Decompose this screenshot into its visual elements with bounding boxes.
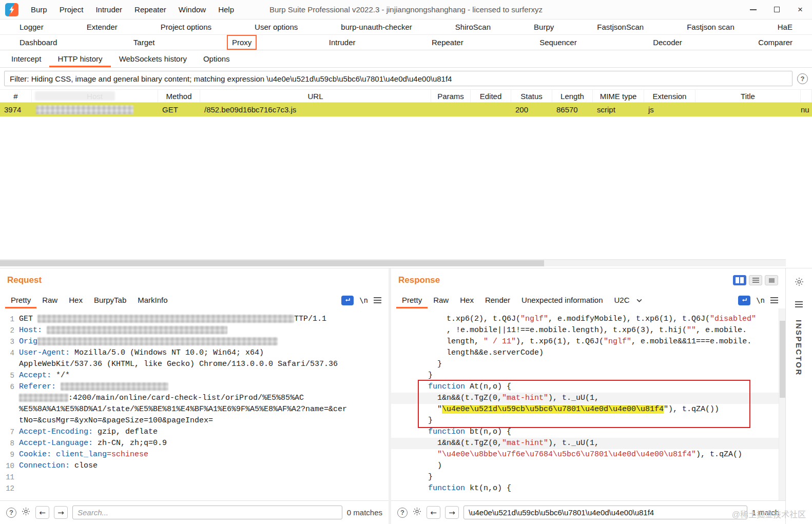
response-line: function At(n,o) { bbox=[391, 381, 785, 393]
menu-help[interactable]: Help bbox=[212, 2, 240, 17]
inspector-label[interactable]: INSPECTOR bbox=[795, 320, 803, 376]
tab-user-options[interactable]: User options bbox=[250, 21, 302, 33]
tab-fastjson-scan[interactable]: Fastjson scan bbox=[683, 21, 739, 33]
horizontal-scrollbar-thumb[interactable] bbox=[0, 260, 544, 266]
word-wrap-icon[interactable] bbox=[341, 296, 354, 305]
request-editor[interactable]: 1GET TTP/1.12Host: 3Orig4User-Agent: Moz… bbox=[0, 308, 389, 500]
column-header-edited[interactable]: Edited bbox=[471, 90, 511, 102]
request-tab-raw[interactable]: Raw bbox=[36, 293, 63, 308]
response-settings-gear-icon[interactable] bbox=[412, 507, 422, 518]
response-tab-u2c[interactable]: U2C bbox=[609, 293, 635, 308]
response-editor[interactable]: t.xp6(2), t.Q6J("nglf", e.modifyMobile),… bbox=[391, 308, 785, 500]
request-help-icon[interactable]: ? bbox=[6, 508, 16, 518]
request-line: 8Accept-Language: zh-CN, zh;q=0.9 bbox=[0, 438, 389, 449]
redacted-text bbox=[19, 394, 68, 402]
request-tab-hex[interactable]: Hex bbox=[63, 293, 88, 308]
response-scrollbar[interactable] bbox=[779, 308, 785, 500]
request-tab-burpytab[interactable]: BurpyTab bbox=[88, 293, 132, 308]
response-tab-render[interactable]: Render bbox=[479, 293, 516, 308]
request-settings-gear-icon[interactable] bbox=[21, 507, 31, 518]
request-next-match-button[interactable]: → bbox=[54, 506, 68, 519]
chevron-down-icon[interactable] bbox=[636, 299, 642, 302]
tab-repeater[interactable]: Repeater bbox=[428, 36, 468, 49]
line-number bbox=[3, 359, 14, 370]
column-header-method[interactable]: Method bbox=[158, 90, 200, 102]
request-line: 11 bbox=[0, 472, 389, 483]
response-prev-match-button[interactable]: ← bbox=[427, 506, 440, 519]
message-workspace: Request PrettyRawHexBurpyTabMarkInfo \n … bbox=[0, 268, 812, 524]
response-line: function bt(n,o) { bbox=[391, 426, 785, 438]
menu-intruder[interactable]: Intruder bbox=[89, 2, 128, 17]
column-header--[interactable]: # bbox=[0, 90, 32, 102]
filter-bar[interactable]: Filter: Hiding CSS, image and general bi… bbox=[4, 71, 792, 86]
column-header-filler bbox=[801, 90, 812, 102]
response-line: length, " / 11"), t.xp6(1), t.Q6J("nglf"… bbox=[391, 336, 785, 347]
redacted-text bbox=[37, 315, 294, 323]
column-header-title[interactable]: Title bbox=[695, 90, 801, 102]
newline-toggle[interactable]: \n bbox=[359, 296, 368, 304]
inspector-dock-icon[interactable] bbox=[795, 301, 803, 307]
menu-repeater[interactable]: Repeater bbox=[128, 2, 172, 17]
tab-shiroscan[interactable]: ShiroScan bbox=[451, 21, 495, 33]
request-line: 7Accept-Encoding: gzip, deflate bbox=[0, 426, 389, 438]
newline-toggle[interactable]: \n bbox=[756, 296, 765, 304]
column-header-status[interactable]: Status bbox=[511, 90, 552, 102]
tab-proxy[interactable]: Proxy bbox=[227, 35, 257, 50]
response-next-match-button[interactable]: → bbox=[445, 506, 459, 519]
minimize-button[interactable] bbox=[741, 0, 765, 19]
request-editor-menu-icon[interactable] bbox=[374, 297, 381, 303]
response-line: 1&n&&(t.TgZ(0,"mat-hint"), t._uU(1, bbox=[391, 438, 785, 449]
response-line: function kt(n,o) { bbox=[391, 483, 785, 494]
subtab-http-history[interactable]: HTTP history bbox=[49, 50, 110, 67]
tab-decoder[interactable]: Decoder bbox=[649, 36, 686, 49]
menu-window[interactable]: Window bbox=[172, 2, 212, 17]
history-table-selected-row[interactable]: 3974 GET /852.be09d16bc716c7c3.js 200 86… bbox=[0, 103, 812, 117]
single-view-button[interactable] bbox=[765, 275, 778, 285]
tab-logger[interactable]: Logger bbox=[15, 21, 48, 33]
subtab-options[interactable]: Options bbox=[195, 50, 238, 67]
response-editor-menu-icon[interactable] bbox=[770, 297, 778, 303]
close-button[interactable]: × bbox=[788, 0, 812, 19]
response-tab-unexpected-information[interactable]: Unexpected information bbox=[516, 293, 608, 308]
response-tab-pretty[interactable]: Pretty bbox=[396, 293, 428, 308]
column-header-params[interactable]: Params bbox=[431, 90, 471, 102]
tab-intruder[interactable]: Intruder bbox=[325, 36, 360, 49]
tab-hae[interactable]: HaE bbox=[774, 21, 797, 33]
request-tab-pretty[interactable]: Pretty bbox=[5, 293, 36, 308]
request-tab-markinfo[interactable]: MarkInfo bbox=[132, 293, 173, 308]
word-wrap-icon[interactable] bbox=[738, 296, 750, 305]
response-scrollbar-thumb[interactable] bbox=[780, 321, 785, 398]
tab-burp-unauth-checker[interactable]: burp-unauth-checker bbox=[337, 21, 416, 33]
stacked-view-button[interactable] bbox=[749, 275, 762, 285]
maximize-button[interactable] bbox=[765, 0, 788, 19]
column-header-mime-type[interactable]: MIME type bbox=[593, 90, 644, 102]
tab-extender[interactable]: Extender bbox=[83, 21, 122, 33]
column-header-extension[interactable]: Extension bbox=[644, 90, 695, 102]
request-search-input[interactable] bbox=[72, 506, 342, 519]
tab-comparer[interactable]: Comparer bbox=[754, 36, 797, 49]
tab-dashboard[interactable]: Dashboard bbox=[15, 36, 61, 49]
filter-help-icon[interactable]: ? bbox=[797, 73, 808, 84]
response-tab-hex[interactable]: Hex bbox=[454, 293, 479, 308]
horizontal-scrollbar[interactable] bbox=[0, 259, 786, 266]
response-help-icon[interactable]: ? bbox=[397, 508, 408, 518]
menu-burp[interactable]: Burp bbox=[25, 2, 53, 17]
column-header-url[interactable]: URL bbox=[200, 90, 431, 102]
subtab-intercept[interactable]: Intercept bbox=[3, 50, 49, 67]
filter-row: Filter: Hiding CSS, image and general bi… bbox=[0, 68, 812, 88]
split-view-button[interactable] bbox=[733, 275, 746, 285]
tab-fastjsonscan[interactable]: FastjsonScan bbox=[593, 21, 648, 33]
response-tab-raw[interactable]: Raw bbox=[428, 293, 454, 308]
column-header-host[interactable]: Host bbox=[32, 90, 158, 102]
tab-project-options[interactable]: Project options bbox=[157, 21, 216, 33]
column-header-length[interactable]: Length bbox=[552, 90, 593, 102]
tab-sequencer[interactable]: Sequencer bbox=[535, 36, 581, 49]
request-prev-match-button[interactable]: ← bbox=[35, 506, 49, 519]
tab-target[interactable]: Target bbox=[129, 36, 159, 49]
inspector-settings-gear-icon[interactable] bbox=[794, 277, 804, 289]
response-search-input[interactable] bbox=[463, 506, 747, 519]
subtab-websockets-history[interactable]: WebSockets history bbox=[111, 50, 195, 67]
line-number: 6 bbox=[3, 381, 14, 393]
menu-project[interactable]: Project bbox=[53, 2, 90, 17]
tab-burpy[interactable]: Burpy bbox=[530, 21, 558, 33]
